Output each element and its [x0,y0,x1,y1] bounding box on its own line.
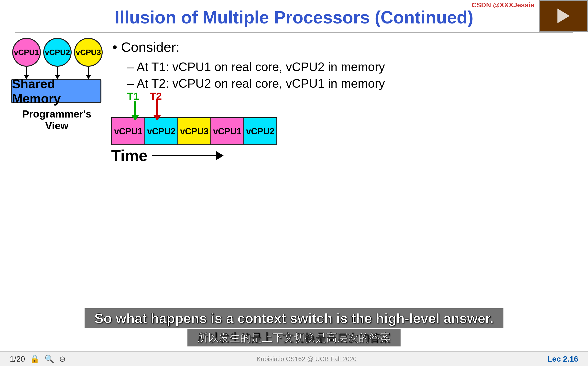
vcpu2-circle: vCPU2 [43,38,72,67]
cpu-slot-5: vCPU2 [244,118,276,144]
cpu-slot-4: vCPU1 [211,118,244,144]
lec-label: Lec 2.16 [547,355,578,364]
time-area: Time [111,147,223,165]
lock-icon [30,354,40,364]
bullet-dot: • [112,39,121,55]
search-icon [44,354,54,364]
vcpu-circles: vCPU1 vCPU2 vCPU3 [12,38,103,67]
bullets-section: • Consider: – At T1: vCPU1 on real core,… [112,39,564,93]
bottom-center-link: Kubisia.io CS162 @ UCB Fall 2020 [257,355,357,363]
bullet-sub2: – At T2: vCPU2 on real core, vCPU1 in me… [127,76,564,91]
subtitle-chinese: 所以发生的是上下文切换是高层次的答案 [187,329,401,346]
t2-arrow [153,99,161,121]
arrow-line-2 [57,67,58,75]
time-label: Time [111,147,147,165]
t1-arrow-head [131,115,139,121]
bottom-bar: 1/20 Kubisia.io CS162 @ UCB Fall 2020 Le… [0,351,588,366]
timeline-diagram: T1 T2 vCPU1 vCPU2 vCPU3 vCPU1 vCPU2 [111,90,282,145]
subtitle-english: So what happens is a context switch is t… [85,308,503,328]
time-arrow-line [152,155,223,156]
t1-arrow-line [134,101,136,115]
programmers-view-label: Programmer's View [11,108,103,132]
bottom-left-controls: 1/20 [10,354,66,364]
time-arrow-head [216,151,224,160]
title-divider [15,32,573,32]
t1-label: T1 [127,90,139,102]
watermark-label: CSDN @XXXJessie [469,0,537,10]
slide-title: Illusion of Multiple Processors (Continu… [0,7,588,27]
cpu-timeline: vCPU1 vCPU2 vCPU3 vCPU1 vCPU2 [111,117,277,145]
slide: Illusion of Multiple Processors (Continu… [0,0,588,366]
zoom-out-icon [59,354,66,364]
page-number: 1/20 [10,355,25,364]
bullet-sub1: – At T1: vCPU1 on real core, vCPU2 in me… [127,60,564,74]
programmer-view-diagram: vCPU1 vCPU2 vCPU3 Shared Memory Programm… [10,38,103,132]
arrow-line-3 [88,67,89,75]
play-icon [557,9,570,23]
t-labels: T1 T2 [117,90,282,117]
cpu-slot-3: vCPU3 [178,118,211,144]
t2-arrow-line [156,99,158,115]
shared-memory-box: Shared Memory [11,79,101,103]
cpu-slot-2: vCPU2 [145,118,178,144]
t2-arrow-head [153,115,161,121]
bullet-main-text: Consider: [121,39,180,55]
video-thumbnail[interactable] [539,0,588,32]
arrow-line-1 [26,67,27,75]
bullet-main: • Consider: [112,39,564,55]
t1-arrow [131,101,139,121]
vcpu3-circle: vCPU3 [74,38,103,67]
subtitle-area: So what happens is a context switch is t… [0,308,588,346]
vcpu1-circle: vCPU1 [12,38,41,67]
cpu-slot-1: vCPU1 [112,118,145,144]
